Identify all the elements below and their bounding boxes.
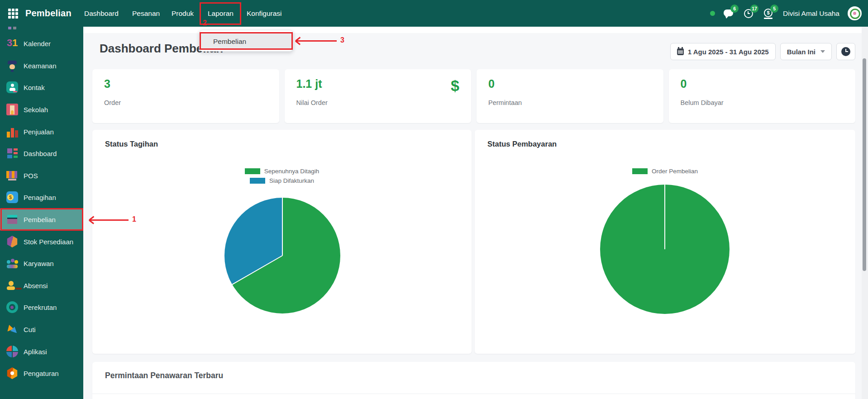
history-button[interactable] (836, 43, 855, 60)
online-status-dot (710, 11, 715, 16)
legend-label: Order Pembelian (652, 168, 698, 175)
sidebar-item-perekrutan[interactable]: Perekrutan (0, 296, 83, 318)
sidebar-item-label: Penjualan (24, 128, 54, 136)
divider (92, 394, 855, 394)
chat-badge: 6 (730, 5, 739, 13)
legend-swatch (245, 168, 260, 174)
dashboard-icon (6, 147, 18, 159)
legend-item[interactable]: Sepenuhnya Ditagih (245, 168, 320, 175)
stat-card-permintaan: 0 Permintaan (477, 69, 663, 123)
scrollbar-track[interactable] (862, 27, 868, 399)
sidebar-item-label: Penagihan (24, 194, 56, 201)
sidebar-item-stok-persediaan[interactable]: Stok Persediaan (0, 231, 83, 252)
sidebar-item-kontak[interactable]: Kontak (0, 76, 83, 98)
sidebar-item-pos[interactable]: POS (0, 165, 83, 186)
sidebar-item-cuti[interactable]: Cuti (0, 318, 83, 340)
sidebar-item-pembelian[interactable]: Pembelian (0, 209, 83, 230)
legend-item[interactable]: Siap Difakturkan (250, 177, 314, 184)
pie-slice-divider (282, 198, 283, 256)
legend-swatch (632, 168, 648, 174)
toolbar: 1 Agu 2025 - 31 Agu 2025 Bulan Ini (670, 43, 855, 60)
sidebar-item-aplikasi[interactable]: Aplikasi (0, 341, 83, 362)
annotation-number-1: 1 (132, 215, 136, 223)
brand-title: Pembelian (25, 8, 72, 19)
sidebar-item-penjualan[interactable]: Penjualan (0, 121, 83, 142)
nav-item-konfigurasi[interactable]: Konfigurasi (247, 0, 282, 27)
history-icon[interactable]: 17 (743, 8, 755, 19)
sidebar-item-kalender[interactable]: Kalender (0, 33, 83, 54)
sidebar-item-dashboard[interactable]: Dashboard (0, 142, 83, 164)
sidebar-item-label: Pengaturan (24, 370, 59, 377)
nav-item-dashboard[interactable]: Dashboard (84, 0, 119, 27)
annotation-number-3: 3 (340, 36, 344, 44)
pos-icon (6, 170, 18, 181)
pie-slice-divider (664, 185, 665, 249)
clock-icon (841, 47, 850, 56)
stat-card-nilai-order: 1.1 jt Nilai Order $ (285, 69, 472, 123)
stat-card-belum-dibayar: 0 Belum Dibayar (669, 69, 856, 123)
annotation-arrow-step3 (296, 40, 337, 42)
laporan-dropdown-menu: Pembelian (199, 30, 293, 52)
stat-card-order: 3 Order (92, 69, 279, 123)
history-badge: 17 (750, 5, 758, 13)
pie-chart-status-pembayaran[interactable] (600, 185, 730, 314)
payment-badge: 5 (770, 5, 778, 13)
user-name[interactable]: Divisi Amal Usaha (783, 10, 839, 18)
sidebar-item-label: Perekrutan (24, 304, 57, 311)
dollar-icon: $ (451, 77, 459, 94)
stat-value: 0 (488, 77, 495, 90)
date-range-label: 1 Agu 2025 - 31 Agu 2025 (688, 48, 769, 56)
sidebar-item-label: Kontak (24, 84, 45, 91)
annotation-number-2: 2 (203, 19, 207, 27)
stat-label: Belum Dibayar (681, 99, 724, 106)
scrollbar-thumb[interactable] (863, 58, 866, 271)
sidebar-item-label: Cuti (24, 326, 36, 333)
chat-icon[interactable]: 6 (723, 8, 735, 19)
stat-label: Permintaan (488, 99, 522, 106)
sidebar-item-label: Dashboard (24, 150, 57, 157)
purchase-icon (6, 214, 18, 225)
sidebar-item-penagihan[interactable]: Penagihan (0, 186, 83, 208)
pie-slice-divider (232, 255, 283, 285)
employees-icon (6, 257, 18, 269)
legend-label: Siap Difakturkan (269, 177, 314, 184)
payment-icon[interactable]: $ 5 (763, 8, 775, 19)
nav-item-pesanan[interactable]: Pesanan (132, 0, 160, 27)
sidebar-item-label: Kalender (24, 40, 51, 48)
scrolled-icon-fragment (13, 26, 16, 29)
sidebar-item-karyawan[interactable]: Karyawan (0, 252, 83, 274)
stat-value: 3 (104, 77, 110, 90)
apps-grid-icon[interactable] (8, 9, 18, 19)
chart-card-status-pembayaran: Status Pembayaran Order Pembelian (475, 130, 855, 354)
app-root: Pembelian Dashboard Pesanan Produk Lapor… (0, 0, 868, 399)
sales-icon (6, 126, 18, 138)
sidebar-item-label: Stok Persediaan (24, 238, 73, 246)
chart-card-status-tagihan: Status Tagihan Sepenuhnya DitagihSiap Di… (92, 130, 472, 354)
sidebar: Kalender Keamanan Kontak Sekolah Penjual… (0, 27, 83, 399)
nav-item-laporan[interactable]: Laporan (208, 0, 234, 27)
dropdown-item-pembelian[interactable]: Pembelian (201, 33, 291, 49)
sidebar-item-label: Karyawan (24, 260, 54, 267)
stat-label: Nilai Order (296, 99, 328, 106)
chevron-down-icon (820, 50, 825, 53)
avatar[interactable] (848, 6, 862, 20)
date-range-button[interactable]: 1 Agu 2025 - 31 Agu 2025 (670, 43, 776, 60)
recruitment-icon (6, 301, 18, 313)
sidebar-item-keamanan[interactable]: Keamanan (0, 55, 83, 76)
top-navbar: Pembelian Dashboard Pesanan Produk Lapor… (0, 0, 868, 27)
nav-item-produk[interactable]: Produk (172, 0, 194, 27)
sidebar-item-pengaturan[interactable]: Pengaturan (0, 362, 83, 384)
annotation-arrow-step1 (90, 219, 129, 221)
sidebar-item-sekolah[interactable]: Sekolah (0, 99, 83, 120)
period-select[interactable]: Bulan Ini (780, 43, 832, 60)
sidebar-item-absensi[interactable]: Absensi (0, 275, 83, 296)
legend-item[interactable]: Order Pembelian (632, 168, 698, 175)
calendar-icon (6, 38, 18, 49)
security-icon (6, 60, 18, 71)
sidebar-item-label: Pembelian (24, 216, 56, 223)
contacts-icon (6, 81, 18, 93)
sidebar-item-label: Aplikasi (24, 348, 47, 356)
pie-chart-status-tagihan[interactable] (224, 198, 340, 314)
inventory-icon (6, 236, 18, 247)
sidebar-item-label: POS (24, 172, 38, 180)
